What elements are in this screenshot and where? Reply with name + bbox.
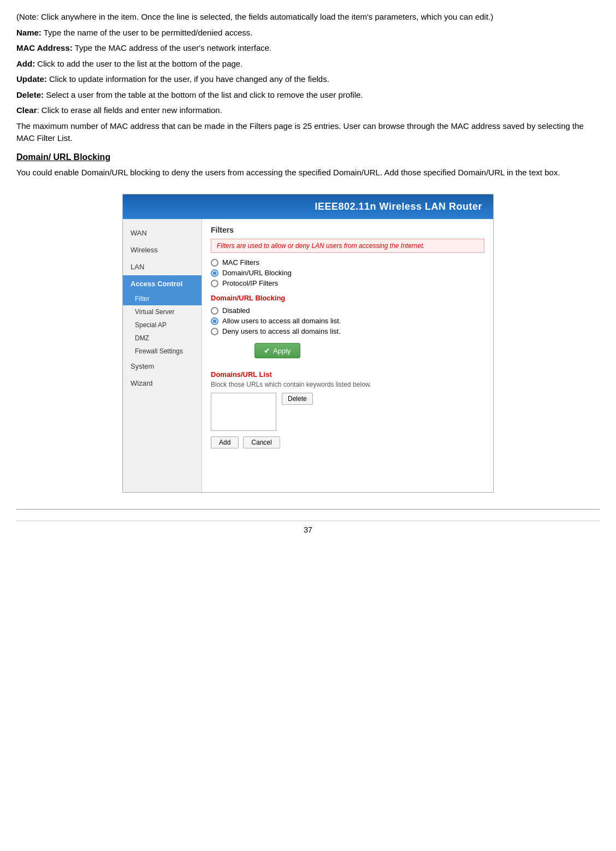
paragraph-8: The maximum number of MAC address that c… bbox=[16, 120, 600, 145]
radio-protocol-filters[interactable] bbox=[211, 280, 218, 287]
sidebar-item-virtual-server[interactable]: Virtual Server bbox=[123, 305, 202, 318]
filter-option-domain[interactable]: Domain/URL Blocking bbox=[211, 269, 484, 277]
paragraph-2: Name: Type the name of the user to be pe… bbox=[16, 27, 600, 39]
apply-label: Apply bbox=[273, 347, 291, 355]
domain-blocking-title: Domain/URL Blocking bbox=[211, 294, 484, 302]
sidebar-item-special-ap[interactable]: Special AP bbox=[123, 318, 202, 332]
sidebar-item-filter[interactable]: Filter bbox=[123, 292, 202, 305]
section-body: You could enable Domain/URL blocking to … bbox=[16, 167, 600, 179]
radio-deny-label: Deny users to access all domains list. bbox=[222, 327, 341, 335]
sidebar-item-access-control[interactable]: Access Control bbox=[123, 275, 202, 292]
add-cancel-row: Add Cancel bbox=[211, 436, 484, 454]
sidebar-item-dmz[interactable]: DMZ bbox=[123, 332, 202, 345]
domains-area: Delete bbox=[211, 393, 484, 431]
page-footer: 37 bbox=[16, 521, 600, 534]
sidebar-item-firewall-settings[interactable]: Firewall Settings bbox=[123, 345, 202, 358]
router-ui: IEEE802.11n Wireless LAN Router WAN Wire… bbox=[122, 194, 494, 493]
section-divider: Domain/URL Blocking Disabled Allow users… bbox=[211, 294, 484, 363]
apply-check-icon: ✔ bbox=[264, 346, 270, 355]
radio-disabled-label: Disabled bbox=[222, 306, 250, 315]
filters-notice: Filters are used to allow or deny LAN us… bbox=[211, 239, 484, 253]
delete-button[interactable]: Delete bbox=[282, 393, 313, 405]
radio-allow-label: Allow users to access all domains list. bbox=[222, 317, 341, 325]
bottom-divider bbox=[16, 509, 600, 510]
radio-protocol-label: Protocol/IP Filters bbox=[222, 279, 278, 287]
domains-section: Domains/URL List Block those URLs which … bbox=[211, 370, 484, 454]
sidebar-item-system[interactable]: System bbox=[123, 358, 202, 375]
paragraph-4: Add: Click to add the user to the list a… bbox=[16, 58, 600, 70]
main-content: Filters Filters are used to allow or den… bbox=[202, 219, 493, 492]
domains-title: Domains/URL List bbox=[211, 370, 484, 379]
add-button[interactable]: Add bbox=[211, 436, 239, 448]
radio-domain-label: Domain/URL Blocking bbox=[222, 269, 292, 277]
radio-allow[interactable] bbox=[211, 317, 218, 325]
radio-deny[interactable] bbox=[211, 328, 218, 335]
domain-textarea[interactable] bbox=[211, 393, 276, 431]
router-header: IEEE802.11n Wireless LAN Router bbox=[123, 194, 493, 219]
radio-domain-blocking[interactable] bbox=[211, 269, 218, 277]
paragraph-6: Delete: Select a user from the table at … bbox=[16, 89, 600, 102]
sidebar-item-wizard[interactable]: Wizard bbox=[123, 375, 202, 392]
cancel-button[interactable]: Cancel bbox=[243, 436, 280, 448]
filter-option-protocol[interactable]: Protocol/IP Filters bbox=[211, 279, 484, 287]
blocking-option-allow[interactable]: Allow users to access all domains list. bbox=[211, 317, 484, 325]
filter-type-group: MAC Filters Domain/URL Blocking Protocol… bbox=[211, 258, 484, 287]
radio-disabled[interactable] bbox=[211, 307, 218, 315]
radio-mac-label: MAC Filters bbox=[222, 258, 259, 267]
section-heading: Domain/ URL Blocking bbox=[16, 152, 600, 162]
screenshot-wrapper: IEEE802.11n Wireless LAN Router WAN Wire… bbox=[16, 194, 600, 493]
sidebar-item-lan[interactable]: LAN bbox=[123, 258, 202, 275]
paragraph-3: MAC Address: Type the MAC address of the… bbox=[16, 42, 600, 55]
router-body: WAN Wireless LAN Access Control Filter V… bbox=[123, 219, 493, 492]
domains-desc: Block those URLs which contain keywords … bbox=[211, 381, 484, 388]
sidebar: WAN Wireless LAN Access Control Filter V… bbox=[123, 219, 202, 492]
sidebar-item-wan[interactable]: WAN bbox=[123, 224, 202, 241]
paragraph-1: (Note: Click anywhere in the item. Once … bbox=[16, 11, 600, 23]
paragraph-5: Update: Click to update information for … bbox=[16, 73, 600, 86]
blocking-option-disabled[interactable]: Disabled bbox=[211, 306, 484, 315]
blocking-options-group: Disabled Allow users to access all domai… bbox=[211, 306, 484, 335]
paragraph-7: Clear: Click to erase all fields and ent… bbox=[16, 104, 600, 117]
sidebar-item-wireless[interactable]: Wireless bbox=[123, 241, 202, 258]
blocking-option-deny[interactable]: Deny users to access all domains list. bbox=[211, 327, 484, 335]
radio-mac-filters[interactable] bbox=[211, 259, 218, 267]
panel-title: Filters bbox=[211, 226, 484, 234]
apply-button[interactable]: ✔ Apply bbox=[254, 343, 300, 358]
filter-option-mac[interactable]: MAC Filters bbox=[211, 258, 484, 267]
